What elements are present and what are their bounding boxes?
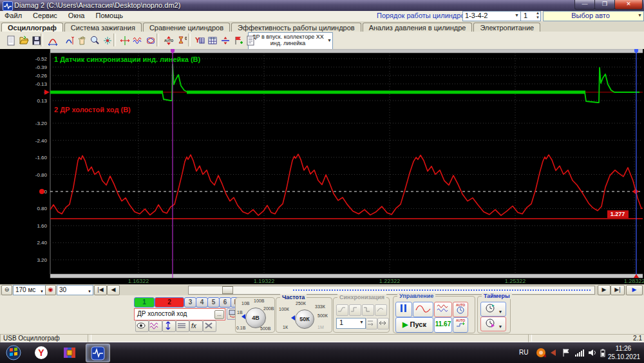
invert-button[interactable] — [162, 320, 176, 332]
scrollbar-track[interactable] — [188, 286, 595, 295]
cylinder-count-spinner[interactable]: 1 ▲▼ — [520, 11, 541, 21]
chevron-down-icon: ▼ — [515, 12, 520, 19]
fit-horizontal-icon — [48, 35, 58, 46]
sync-align-icon[interactable] — [377, 318, 389, 329]
close-button[interactable]: ✕ — [614, 0, 643, 10]
start-button[interactable] — [3, 344, 24, 361]
transport-bar: ⊖ 170 мс▼ ◉ 30▼ |◀ ◀ ▶ ▶| ▶ — [0, 284, 644, 296]
tray-battery-icon[interactable] — [599, 348, 607, 360]
tray-action-center-flag-icon[interactable] — [562, 348, 571, 360]
signal-name-combo[interactable]: ДР холостой ход ... — [134, 308, 225, 320]
report-document-icon — [245, 35, 256, 46]
trigger-level-icon[interactable] — [362, 304, 374, 316]
tray-volume-icon[interactable] — [587, 348, 597, 360]
run-control-panel: Управление AUTO ▶ Пуск 11.67 AUTO — [393, 296, 475, 333]
voltage-knob[interactable]: 4В — [245, 308, 266, 328]
menu-service[interactable]: Сервис — [28, 11, 62, 20]
zoom-out-time-button[interactable]: ⊖ — [1, 285, 12, 295]
sync-mode-icon[interactable] — [366, 318, 377, 329]
svg-text:AUTO: AUTO — [456, 303, 465, 307]
menu-windows[interactable]: Окна — [64, 11, 90, 20]
step-forward-button[interactable]: ▶ — [598, 285, 611, 295]
markers-flag-icon — [233, 35, 243, 46]
channel-button-1[interactable]: 1 — [134, 297, 155, 308]
auto-select-combo[interactable]: Выбор авто▼ — [543, 11, 644, 21]
tray-antivirus-icon[interactable]: x — [536, 348, 546, 360]
step-back-button[interactable]: ◀ — [107, 285, 120, 295]
visibility-eye-icon — [136, 321, 146, 330]
single-sweep-button[interactable] — [413, 302, 433, 317]
pause-button[interactable] — [395, 302, 412, 317]
fit-horizontal-button[interactable] — [45, 33, 61, 48]
taskbar-yandex-icon[interactable]: Y — [30, 344, 53, 361]
trigger-mouse-icon[interactable] — [375, 304, 387, 316]
auto-step-button[interactable]: AUTO — [453, 317, 468, 333]
chevron-down-icon: ▼ — [498, 309, 503, 314]
time-per-div-combo[interactable]: 170 мс▼ — [13, 285, 46, 295]
cylinder-order-combo[interactable]: 1-3-4-2▼ — [462, 11, 521, 21]
cylinder-order-label: Порядок работы цилиндров — [377, 12, 468, 19]
channel-button-2[interactable]: 2 — [155, 297, 184, 308]
play-forward-button[interactable]: ▶ — [626, 285, 643, 295]
timer2-button[interactable]: ▼ — [480, 317, 506, 331]
auto-time-button[interactable]: AUTO — [453, 302, 468, 317]
channel-settings-button[interactable] — [203, 320, 216, 332]
visibility-eye-button[interactable] — [135, 320, 149, 332]
tray-arrow-icon[interactable] — [549, 348, 558, 360]
maximize-button[interactable]: ❐ — [594, 0, 615, 10]
taskbar-diamag-icon[interactable] — [86, 344, 110, 362]
function-button[interactable]: fx — [189, 320, 203, 332]
volt-scale-label: 10В — [242, 301, 249, 306]
channel-button-4[interactable]: 4 — [196, 297, 208, 308]
tray-network-icon[interactable] — [574, 348, 584, 360]
channel-button-6[interactable]: 6 — [219, 297, 231, 308]
y-tick-label: -2.40 — [35, 138, 48, 144]
menu-help[interactable]: Помощь — [91, 11, 128, 20]
points-combo[interactable]: 30▼ — [57, 285, 93, 295]
sync-title: Синхронизация — [337, 294, 386, 300]
clock-time: 11:26 — [608, 345, 639, 353]
language-indicator[interactable]: RU — [519, 349, 528, 356]
channel-2-label: 2 ДР холостой ход (В) — [54, 106, 131, 113]
trigger-rising-icon[interactable] — [336, 304, 348, 316]
ch2-level-marker[interactable] — [39, 189, 44, 194]
trigger-single-icon[interactable] — [349, 304, 361, 316]
data-table-icon — [207, 35, 218, 46]
noise-filter-button[interactable] — [149, 320, 162, 332]
preset-combo[interactable]: ДР в впуск. коллекторе ХХ инд. линейка ▼ — [248, 32, 333, 50]
fit-vertical-icon — [64, 35, 74, 46]
line-style-button[interactable] — [176, 320, 189, 332]
go-first-button[interactable]: |◀ — [94, 285, 107, 295]
sync-channel-combo[interactable]: 1▼ — [336, 318, 366, 329]
run-control-title: Управление — [397, 293, 435, 299]
volt-scale-label: 100В — [254, 299, 264, 303]
frequency-knob-pointer-icon — [291, 315, 295, 320]
go-last-button[interactable]: ▶| — [611, 285, 625, 295]
taskbar-clock[interactable]: 11:26 25.10.2021 — [608, 345, 639, 361]
y-tick-label: -0.52 — [35, 56, 48, 62]
frequency-knob[interactable]: 50К — [295, 309, 314, 329]
function-icon: fx — [190, 321, 200, 330]
auto-scale-icon: AUTO — [164, 35, 174, 46]
toolbar-separator — [41, 34, 43, 46]
svg-text:AUTO: AUTO — [456, 319, 465, 322]
channel-button-5[interactable]: 5 — [207, 297, 220, 308]
pan-hand-icon — [77, 35, 87, 46]
invert-icon — [163, 321, 173, 330]
target-button[interactable]: ◉ — [45, 285, 56, 295]
chart-background[interactable] — [0, 49, 644, 284]
minimize-button[interactable]: — — [574, 0, 595, 10]
continuous-sweep-button[interactable] — [434, 302, 452, 317]
start-button[interactable]: ▶ Пуск — [395, 317, 433, 333]
report-document-button[interactable] — [243, 33, 258, 48]
scrollbar-thumb[interactable] — [222, 286, 233, 294]
timer1-button[interactable]: ▼ — [480, 302, 506, 317]
top-ruler[interactable] — [50, 49, 643, 53]
volt-scale-label: 500В — [260, 326, 270, 331]
more-button[interactable]: ... — [214, 310, 224, 319]
menu-file[interactable]: Файл — [0, 11, 26, 20]
taskbar-winrar-icon[interactable] — [58, 344, 81, 361]
spinner-arrows-icon[interactable]: ▲▼ — [536, 11, 540, 20]
zero-offset-button[interactable]: 0 — [174, 33, 189, 48]
channel-button-3[interactable]: 3 — [184, 297, 196, 308]
